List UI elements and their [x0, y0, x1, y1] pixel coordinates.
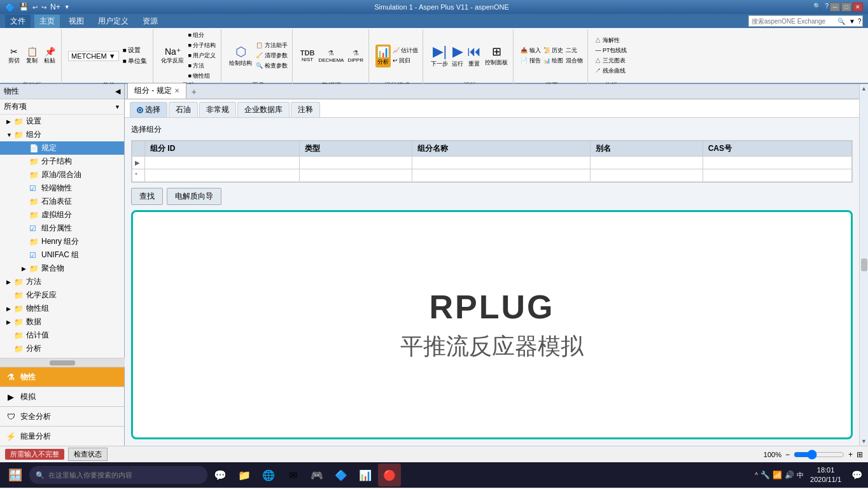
- paste-button[interactable]: 📌粘贴: [42, 45, 57, 66]
- find-button[interactable]: 查找: [131, 188, 163, 205]
- copy-button[interactable]: 📋复制: [24, 45, 39, 66]
- nav-energy[interactable]: ⚡ 能量分析: [0, 426, 124, 446]
- unit-set-btn[interactable]: ■ 单位集: [121, 56, 150, 66]
- check-status-button[interactable]: 检查状态: [68, 448, 108, 461]
- tray-expand-icon[interactable]: ^: [755, 472, 758, 479]
- tree-item-data[interactable]: ▶ 📁 数据: [0, 315, 124, 329]
- minimize-button[interactable]: ─: [830, 3, 840, 11]
- ternary-btn[interactable]: △ 三元图表: [594, 56, 627, 66]
- collapse-panel-icon[interactable]: ◀: [115, 87, 120, 96]
- scroll-thumb[interactable]: [50, 360, 75, 365]
- method-helper-btn[interactable]: 📋 方法助手: [255, 41, 288, 50]
- menu-home[interactable]: 主页: [34, 15, 60, 28]
- run-btn[interactable]: ▶运行: [451, 42, 465, 69]
- taskbar-app1-icon[interactable]: 🎮: [305, 464, 328, 486]
- search-expand-icon[interactable]: ▼: [848, 18, 857, 25]
- taskbar-app3-icon[interactable]: 📊: [354, 464, 377, 486]
- quick-save-icon[interactable]: 💾: [19, 3, 29, 11]
- tree-item-unifac[interactable]: ☑ UNIFAC 组: [0, 248, 124, 262]
- clean-params-btn[interactable]: 🧹 清理参数: [255, 51, 288, 60]
- taskbar-search[interactable]: 🔍 在这里输入你要搜索的内容: [29, 466, 207, 484]
- taskbar-clock[interactable]: 18:01 2020/11/1: [806, 465, 845, 485]
- report-btn[interactable]: 📄 报告: [520, 56, 542, 66]
- regression-btn[interactable]: ↩ 回归: [392, 56, 419, 66]
- tree-item-virtual[interactable]: 📁 虚拟组分: [0, 208, 124, 222]
- binary-btn[interactable]: 二元: [565, 46, 584, 55]
- zoom-plus-icon[interactable]: +: [848, 450, 853, 459]
- scroll-up-icon[interactable]: ▲: [861, 85, 867, 92]
- control-panel-btn[interactable]: ⊞控制面板: [484, 43, 509, 68]
- taskbar-cortana-icon[interactable]: 💬: [209, 464, 232, 486]
- search-icon[interactable]: 🔍: [813, 3, 821, 11]
- search-go-icon[interactable]: 🔍: [835, 18, 848, 25]
- taskbar-mail-icon[interactable]: ✉: [281, 464, 304, 486]
- nav-safety[interactable]: 🛡 安全分析: [0, 406, 124, 426]
- pt-line-btn[interactable]: — PT包线线: [594, 46, 627, 55]
- method-btn[interactable]: ■ 方法: [186, 61, 217, 71]
- right-scrollbar[interactable]: ▲ ▼: [859, 84, 868, 446]
- table-row-empty1[interactable]: ▶: [132, 157, 852, 169]
- component-nav-btn[interactable]: ■ 组分: [186, 31, 217, 40]
- tree-item-comp-attr[interactable]: ☑ 组分属性: [0, 222, 124, 235]
- tree-item-spec[interactable]: 📄 规定: [0, 141, 124, 155]
- file-menu-btn[interactable]: 文件: [5, 15, 31, 28]
- metchem-dropdown[interactable]: METCHEM ▼: [68, 51, 119, 61]
- tab-notes[interactable]: 注释: [291, 102, 320, 117]
- maximize-button[interactable]: □: [841, 3, 851, 11]
- scroll-thumb-right[interactable]: [861, 259, 867, 271]
- search-input[interactable]: [749, 16, 835, 26]
- nist-btn[interactable]: TDBNIST: [299, 48, 316, 64]
- electrolyte-button[interactable]: 电解质向导: [167, 188, 221, 205]
- dippr-btn[interactable]: ⚗DIPPR: [346, 48, 364, 64]
- tab-enterprise[interactable]: 企业数据库: [237, 102, 290, 117]
- input-btn[interactable]: 📥 输入: [520, 46, 542, 55]
- redo-icon[interactable]: ↪: [41, 4, 46, 11]
- tree-item-crude[interactable]: 📁 原油/混合油: [0, 168, 124, 181]
- solubility-btn[interactable]: △ 海解性: [594, 36, 627, 45]
- taskbar-file-icon[interactable]: 📁: [233, 464, 256, 486]
- menu-resources[interactable]: 资源: [137, 15, 163, 28]
- check-params-btn[interactable]: 🔍 检查参数: [255, 61, 288, 71]
- undo-icon[interactable]: ↩: [32, 4, 38, 11]
- reset-btn[interactable]: ⏮重置: [466, 42, 482, 69]
- nav-simulation[interactable]: ▶ 模拟: [0, 386, 124, 406]
- scroll-down-icon[interactable]: ▼: [861, 438, 867, 444]
- tab-close-icon[interactable]: ✕: [174, 87, 179, 94]
- mol-struct-btn[interactable]: ■ 分子结构: [186, 41, 217, 50]
- nav-properties[interactable]: ⚗ 物性: [0, 367, 124, 386]
- plot-btn[interactable]: 📊 绘图: [543, 56, 564, 66]
- next-step-btn[interactable]: ▶|下一步: [430, 42, 449, 69]
- tree-item-estimate[interactable]: 📁 估计值: [0, 329, 124, 342]
- tab-components-spec[interactable]: 组分 - 规定 ✕: [127, 83, 186, 99]
- taskbar-app4-icon[interactable]: 🔴: [378, 464, 401, 486]
- start-button[interactable]: 🪟: [3, 464, 28, 486]
- help-icon[interactable]: ?: [825, 3, 829, 11]
- tab-select[interactable]: 选择: [130, 102, 167, 117]
- user-def-btn[interactable]: ■ 用户定义: [186, 51, 217, 60]
- mix-btn[interactable]: 混合物: [565, 56, 584, 66]
- close-button[interactable]: ✕: [853, 3, 863, 11]
- analysis-btn[interactable]: 📊分析: [375, 45, 391, 67]
- menu-user-def[interactable]: 用户定义: [93, 15, 134, 28]
- tab-petroleum[interactable]: 石油: [169, 102, 198, 117]
- tree-item-light[interactable]: ☑ 轻端物性: [0, 181, 124, 195]
- tree-item-propgroup[interactable]: ▶ 📁 物性组: [0, 302, 124, 315]
- tray-settings-icon[interactable]: 🔧: [760, 471, 770, 479]
- draw-structure-btn[interactable]: ⬡绘制结构: [228, 43, 253, 69]
- tree-item-henry[interactable]: 📁 Henry 组分: [0, 235, 124, 248]
- component-btn[interactable]: Na⁺化学反应: [160, 45, 185, 66]
- tray-ime-icon[interactable]: 中: [797, 471, 804, 480]
- setup-btn[interactable]: ■ 设置: [121, 45, 150, 55]
- fit-window-icon[interactable]: ⊞: [857, 450, 863, 459]
- notification-icon[interactable]: 💬: [848, 466, 865, 484]
- dropdown-arrow-icon[interactable]: ▼: [64, 4, 70, 10]
- zoom-slider[interactable]: [794, 451, 844, 458]
- tree-item-mol[interactable]: 📁 分子结构: [0, 155, 124, 168]
- taskbar-app2-icon[interactable]: 🔷: [330, 464, 353, 486]
- tree-item-petro[interactable]: 📁 石油表征: [0, 195, 124, 208]
- tab-add-icon[interactable]: +: [188, 85, 200, 99]
- tab-unconventional[interactable]: 非常规: [199, 102, 236, 117]
- filter-dropdown[interactable]: 所有项 ▼: [0, 99, 124, 115]
- search-help-icon[interactable]: ?: [857, 18, 863, 25]
- tree-item-analysis[interactable]: 📁 分析: [0, 342, 124, 355]
